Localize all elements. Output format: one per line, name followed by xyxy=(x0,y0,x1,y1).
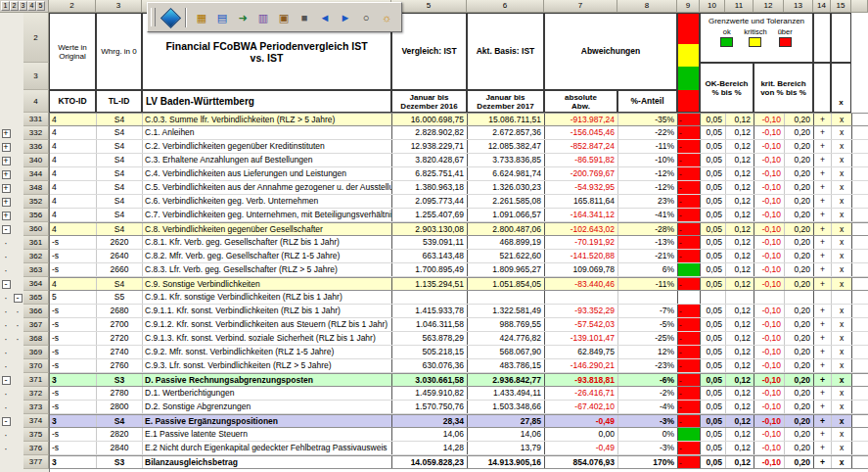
cell-ok-to[interactable]: 0,12 xyxy=(726,195,754,208)
cell-kto-id[interactable]: -s xyxy=(50,359,97,372)
cell-ok-to[interactable]: 0,12 xyxy=(726,415,754,427)
status-indicator-cell[interactable]: - xyxy=(678,250,701,262)
cell-kto-id[interactable]: -s xyxy=(50,318,97,331)
cell-tl-id[interactable]: 2640 xyxy=(97,250,143,262)
cell-krit-to[interactable]: 0,20 xyxy=(785,374,814,386)
cell-value-2017[interactable]: 2.261.585,08 xyxy=(468,195,545,208)
cell-krit-from[interactable]: -0,10 xyxy=(754,456,785,468)
cell-value-2016[interactable]: 1.255.407,69 xyxy=(392,209,468,221)
cell-description[interactable]: C.8.2. Mfr. Verb. geg. Gesellschafter (R… xyxy=(143,250,392,262)
status-indicator-cell[interactable]: - xyxy=(678,359,701,372)
cell-ok-from[interactable]: 0,05 xyxy=(701,114,726,125)
status-indicator-cell[interactable]: - xyxy=(678,195,701,208)
cell-description[interactable]: C.9. Sonstige Verbindlichkeiten xyxy=(143,278,392,290)
cell-description[interactable]: C.8. Verbindlichkeiten gegenüber Gesells… xyxy=(143,223,392,235)
cell-description[interactable]: D.1. Wertberichtigungen xyxy=(143,387,392,400)
cell-ok-to[interactable]: 0,12 xyxy=(726,223,754,235)
kto-id-header[interactable]: KTO-ID xyxy=(49,90,96,113)
cell-x-flag[interactable]: x xyxy=(832,332,852,345)
column-header-13[interactable]: 13 xyxy=(784,0,813,13)
cell-absolute-deviation[interactable]: -93.818,81 xyxy=(545,374,618,386)
cell-krit-to[interactable]: 0,20 xyxy=(785,415,814,427)
cell-ok-to[interactable]: 0,12 xyxy=(726,263,754,276)
row-header-372[interactable]: 372 xyxy=(23,387,49,401)
cell-value-2017[interactable]: 1.091.066,57 xyxy=(468,209,545,221)
cell-krit-from[interactable]: -0,10 xyxy=(754,332,785,345)
cell-absolute-deviation[interactable]: 62.849,75 xyxy=(545,346,618,358)
row-header-370[interactable]: 370 xyxy=(23,359,49,373)
cell-plus-minus[interactable]: + xyxy=(814,223,832,235)
x-header[interactable]: x xyxy=(831,63,851,113)
column-header-8[interactable]: 8 xyxy=(617,0,677,13)
column-header-10[interactable]: 10 xyxy=(700,0,725,13)
outline-collapse-button[interactable]: - xyxy=(2,280,11,289)
cell-ok-from[interactable]: 0,05 xyxy=(701,374,726,386)
cell-absolute-deviation[interactable]: -164.341,12 xyxy=(545,209,618,221)
cell-kto-id[interactable]: 4 xyxy=(50,114,97,125)
cell-krit-from[interactable]: -0,10 xyxy=(754,387,785,400)
cell-tl-id[interactable]: 2720 xyxy=(97,332,143,345)
row-header-375[interactable]: 375 xyxy=(23,428,49,442)
cell-x-flag[interactable]: x xyxy=(832,346,852,358)
cell-absolute-deviation[interactable]: -70.191,92 xyxy=(545,236,618,249)
cell-kto-id[interactable]: 3 xyxy=(50,456,97,468)
cell-value-2016[interactable]: 16.000.698,75 xyxy=(392,114,468,125)
basis-header[interactable]: Akt. Basis: IST xyxy=(467,13,544,90)
row-header-332[interactable]: 332 xyxy=(23,126,49,140)
cell-tl-id[interactable]: S4 xyxy=(97,167,143,180)
cell-description[interactable]: C.1. Anleihen xyxy=(143,126,392,139)
cell-plus-minus[interactable]: + xyxy=(814,209,832,221)
cell-value-2016[interactable]: 14,06 xyxy=(392,428,468,441)
cell-tl-id[interactable]: S4 xyxy=(97,278,143,290)
cell-ok-from[interactable]: 0,05 xyxy=(701,209,726,221)
cell-tl-id[interactable]: S4 xyxy=(97,140,143,153)
cell-krit-from[interactable]: -0,10 xyxy=(754,154,785,166)
outline-level-button-1[interactable]: 1 xyxy=(1,1,10,11)
cell-absolute-deviation[interactable]: 854.076,93 xyxy=(545,456,618,468)
cell-tl-id[interactable]: S5 xyxy=(97,291,143,304)
cell-ok-to[interactable]: 0,12 xyxy=(726,442,754,454)
status-indicator-cell[interactable] xyxy=(678,263,701,276)
cell-absolute-deviation[interactable]: 109.069,78 xyxy=(545,263,618,276)
cell-description[interactable]: E.1 Passive latente Steuern xyxy=(143,428,392,441)
cell-description[interactable]: D.2. Sonstige Abgrenzungen xyxy=(143,401,392,413)
status-indicator-cell[interactable]: - xyxy=(678,167,701,180)
cell-percent-share[interactable]: -25% xyxy=(618,332,678,345)
cell-krit-from[interactable] xyxy=(754,291,785,304)
cell-krit-to[interactable]: 0,20 xyxy=(785,278,814,290)
werte-in-original-header[interactable]: Werte in Original xyxy=(49,13,96,90)
cell-krit-from[interactable]: -0,10 xyxy=(754,374,785,386)
outline-expand-button[interactable]: + xyxy=(2,143,11,152)
row-header-362[interactable]: 362 xyxy=(23,250,49,263)
cell-plus-minus[interactable]: + xyxy=(814,126,832,139)
cell-tl-id[interactable]: 2840 xyxy=(97,442,143,454)
cell-plus-minus[interactable]: + xyxy=(814,195,832,208)
cell-percent-share[interactable]: -13% xyxy=(618,236,678,249)
status-indicator-cell[interactable]: - xyxy=(678,374,701,386)
cell-plus-minus[interactable]: + xyxy=(814,401,832,413)
cell-value-2016[interactable]: 1.135.294,51 xyxy=(392,278,468,290)
cell-ok-to[interactable]: 0,12 xyxy=(726,305,754,317)
row-header-373[interactable]: 373 xyxy=(23,401,49,414)
cell-percent-share[interactable]: 6% xyxy=(618,263,678,276)
cell-x-flag[interactable]: x xyxy=(832,263,852,276)
cell-value-2017[interactable]: 2.936.842,77 xyxy=(468,374,545,386)
cell-percent-share[interactable]: -11% xyxy=(618,140,678,153)
cell-x-flag[interactable]: x xyxy=(832,428,852,441)
cell-percent-share[interactable]: 12% xyxy=(618,346,678,358)
cell-kto-id[interactable]: -s xyxy=(50,250,97,262)
cell-krit-from[interactable]: -0,10 xyxy=(754,167,785,180)
cell-value-2017[interactable]: 27,85 xyxy=(468,415,545,427)
cell-krit-from[interactable]: -0,10 xyxy=(754,442,785,454)
status-indicator-cell[interactable]: - xyxy=(678,318,701,331)
cell-krit-from[interactable]: -0,10 xyxy=(754,278,785,290)
cell-ok-to[interactable]: 0,12 xyxy=(726,332,754,345)
cell-percent-share[interactable]: -12% xyxy=(618,181,678,194)
cell-percent-share[interactable]: -41% xyxy=(618,209,678,221)
cell-ok-from[interactable]: 0,05 xyxy=(701,401,726,413)
status-indicator-cell[interactable]: - xyxy=(678,415,701,427)
cell-ok-from[interactable]: 0,05 xyxy=(701,250,726,262)
abweichungen-header[interactable]: Abweichungen xyxy=(544,13,677,90)
cell-x-flag[interactable]: x xyxy=(832,236,852,249)
cell-tl-id[interactable]: 2820 xyxy=(97,428,143,441)
